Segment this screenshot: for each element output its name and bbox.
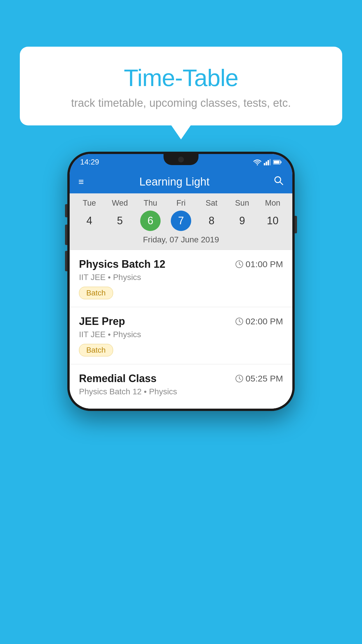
day-col-sun[interactable]: Sun9 bbox=[228, 199, 256, 231]
day-name: Wed bbox=[112, 199, 128, 208]
schedule-sub: Physics Batch 12 • Physics bbox=[79, 387, 283, 396]
day-col-fri[interactable]: Fri7 bbox=[167, 199, 195, 231]
day-name: Fri bbox=[176, 199, 185, 208]
day-name: Thu bbox=[144, 199, 157, 208]
wifi-icon bbox=[253, 159, 261, 165]
svg-rect-3 bbox=[268, 160, 269, 165]
day-col-sat[interactable]: Sat8 bbox=[198, 199, 225, 231]
volume-up-button bbox=[65, 225, 67, 245]
signal-icon bbox=[264, 159, 271, 165]
volume-silent-button bbox=[65, 204, 67, 217]
schedule-time: 02:00 PM bbox=[235, 316, 283, 326]
camera-dot bbox=[178, 157, 184, 162]
day-number[interactable]: 8 bbox=[201, 211, 222, 231]
svg-line-9 bbox=[280, 182, 283, 185]
clock-icon bbox=[235, 374, 243, 383]
schedule-time: 05:25 PM bbox=[235, 374, 283, 384]
day-number[interactable]: 6 bbox=[140, 211, 161, 231]
day-name: Sun bbox=[235, 199, 249, 208]
day-col-mon[interactable]: Mon10 bbox=[259, 199, 287, 231]
bubble-title: Time-Table bbox=[34, 64, 328, 92]
status-icons bbox=[253, 159, 282, 165]
schedule-sub: IIT JEE • Physics bbox=[79, 273, 283, 282]
schedule-time: 01:00 PM bbox=[235, 259, 283, 269]
schedule-row-top: Physics Batch 12 01:00 PM bbox=[79, 258, 283, 270]
batch-badge: Batch bbox=[79, 344, 113, 356]
day-col-tue[interactable]: Tue4 bbox=[75, 199, 103, 231]
phone-wrapper: 14:29 bbox=[67, 152, 295, 411]
svg-line-12 bbox=[239, 264, 241, 265]
volume-down-button bbox=[65, 251, 67, 271]
schedule-name: Remedial Class bbox=[79, 372, 157, 385]
phone-notch bbox=[164, 154, 198, 165]
svg-rect-6 bbox=[281, 161, 282, 163]
schedule-name: Physics Batch 12 bbox=[79, 258, 165, 270]
day-number[interactable]: 10 bbox=[262, 211, 283, 231]
top-bar: ≡ Learning Light bbox=[70, 170, 292, 193]
day-name: Tue bbox=[83, 199, 96, 208]
power-button bbox=[295, 216, 297, 233]
speech-bubble: Time-Table track timetable, upcoming cla… bbox=[20, 47, 342, 125]
schedule-item[interactable]: Physics Batch 12 01:00 PMIIT JEE • Physi… bbox=[70, 250, 292, 307]
schedule-name: JEE Prep bbox=[79, 315, 125, 328]
selected-date: Friday, 07 June 2019 bbox=[70, 231, 292, 250]
clock-icon bbox=[235, 317, 243, 326]
battery-icon bbox=[273, 160, 282, 165]
schedule-item[interactable]: Remedial Class 05:25 PMPhysics Batch 12 … bbox=[70, 364, 292, 409]
schedule-list: Physics Batch 12 01:00 PMIIT JEE • Physi… bbox=[70, 250, 292, 409]
clock-icon bbox=[235, 260, 243, 268]
schedule-sub: IIT JEE • Physics bbox=[79, 330, 283, 339]
svg-line-18 bbox=[239, 379, 241, 379]
svg-point-0 bbox=[257, 164, 258, 165]
svg-rect-7 bbox=[274, 161, 280, 164]
schedule-row-top: Remedial Class 05:25 PM bbox=[79, 372, 283, 385]
bubble-subtitle: track timetable, upcoming classes, tests… bbox=[34, 97, 328, 109]
batch-badge: Batch bbox=[79, 287, 113, 299]
phone-screen: 14:29 bbox=[70, 154, 292, 409]
svg-rect-1 bbox=[264, 163, 265, 165]
schedule-item[interactable]: JEE Prep 02:00 PMIIT JEE • PhysicsBatch bbox=[70, 307, 292, 364]
day-number[interactable]: 4 bbox=[79, 211, 99, 231]
day-name: Sat bbox=[206, 199, 218, 208]
schedule-row-top: JEE Prep 02:00 PM bbox=[79, 315, 283, 328]
app-title: Learning Light bbox=[93, 176, 256, 188]
svg-rect-4 bbox=[270, 159, 271, 165]
hamburger-icon[interactable]: ≡ bbox=[78, 176, 84, 187]
days-row: Tue4Wed5Thu6Fri7Sat8Sun9Mon10 bbox=[70, 199, 292, 231]
search-icon[interactable] bbox=[274, 176, 284, 188]
day-number[interactable]: 9 bbox=[232, 211, 252, 231]
day-name: Mon bbox=[265, 199, 280, 208]
phone-frame: 14:29 bbox=[67, 152, 295, 411]
day-number[interactable]: 7 bbox=[171, 211, 191, 231]
day-number[interactable]: 5 bbox=[110, 211, 130, 231]
status-time: 14:29 bbox=[80, 158, 99, 167]
svg-rect-2 bbox=[266, 162, 267, 165]
status-bar: 14:29 bbox=[70, 154, 292, 170]
day-col-wed[interactable]: Wed5 bbox=[106, 199, 134, 231]
svg-line-15 bbox=[239, 321, 241, 322]
day-col-thu[interactable]: Thu6 bbox=[137, 199, 164, 231]
calendar-header: Tue4Wed5Thu6Fri7Sat8Sun9Mon10 Friday, 07… bbox=[70, 193, 292, 250]
